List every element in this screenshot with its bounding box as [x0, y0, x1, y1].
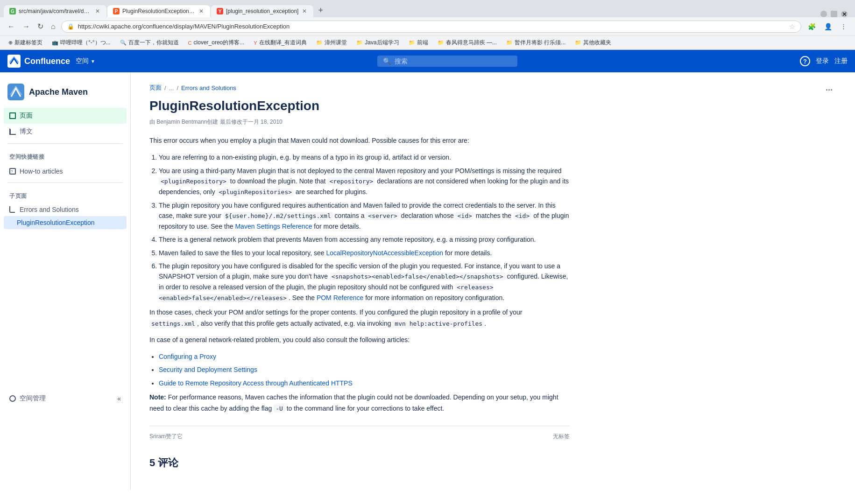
page-more-button[interactable]: ···: [822, 84, 836, 97]
home-button[interactable]: ⌂: [49, 21, 57, 33]
url-input[interactable]: [78, 23, 785, 30]
sidebar-item-space-admin[interactable]: 空间管理 «: [4, 391, 127, 406]
bookmark-baidu[interactable]: 🔍 百度一下，你就知道: [117, 38, 182, 48]
page-footer: Sriram赞了它 无标签: [149, 426, 570, 441]
browser-tab-1[interactable]: G src/main/java/com/travel/doma... ✕: [4, 5, 106, 17]
cause-3: The plugin repository you have configure…: [159, 200, 570, 232]
spaces-nav[interactable]: 空间 ▼: [76, 57, 95, 65]
page-body: This error occurs when you employ a plug…: [149, 135, 570, 471]
bookmark-other[interactable]: 📁 其他收藏夹: [572, 38, 614, 48]
sidebar-nav: 页面 博文: [0, 108, 130, 140]
register-link[interactable]: 注册: [834, 57, 848, 65]
tab1-close[interactable]: ✕: [94, 8, 101, 14]
sidebar-item-howto[interactable]: ? How-to articles: [4, 164, 127, 179]
profile-icon[interactable]: 👤: [821, 21, 835, 32]
settings-icon[interactable]: ⋮: [838, 21, 849, 32]
browser-toolbar: ← → ↻ ⌂ 🔒 ☆ 🧩 👤 ⋮: [0, 17, 855, 35]
sidebar-item-errors[interactable]: Errors and Solutions: [4, 203, 127, 216]
bookmark-bilibili[interactable]: 📺 哔哩哔哩（°-°）つ...: [49, 38, 113, 48]
new-tab-button[interactable]: +: [314, 4, 327, 17]
note-label: Note:: [149, 393, 166, 401]
page-layout: Apache Maven 页面 博文 空间快捷链接 ? How-to artic…: [0, 72, 855, 490]
browser-tab-3[interactable]: Y [plugin_resolution_exception] ✕: [211, 5, 313, 17]
maximize-button[interactable]: [831, 11, 837, 17]
comments-section-title: 5 评论: [149, 454, 570, 471]
bookmark-new-tab[interactable]: ⊕ 新建标签页: [6, 38, 45, 48]
maven-settings-ref-link[interactable]: Maven Settings Reference: [235, 223, 312, 230]
bookmark-youdao-label: 在线翻译_有道词典: [259, 39, 307, 47]
subpages-title: 子页面: [0, 187, 130, 203]
other-icon: 📁: [575, 40, 581, 46]
sidebar-item-pages[interactable]: 页面: [4, 108, 127, 124]
browser-chrome: G src/main/java/com/travel/doma... ✕ P P…: [0, 0, 855, 50]
bookmark-moon[interactable]: 📁 暂伴月将影 行乐须...: [503, 38, 568, 48]
bookmark-youdao[interactable]: Y 在线翻译_有道词典: [251, 38, 310, 48]
howto-icon: ?: [9, 168, 16, 175]
tab2-close[interactable]: ✕: [198, 8, 205, 14]
quick-links-nav: ? How-to articles: [0, 164, 130, 179]
cause-1: You are referring to a non-existing plug…: [159, 152, 570, 162]
confluence-search: 🔍: [101, 56, 794, 67]
security-deployment-link[interactable]: Security and Deployment Settings: [159, 366, 257, 373]
sidebar-item-blog[interactable]: 博文: [4, 124, 127, 140]
para1-code: settings.xml: [149, 320, 197, 328]
tab3-close[interactable]: ✕: [301, 8, 308, 14]
extensions-icon[interactable]: 🧩: [805, 21, 819, 32]
cause-5: Maven failed to save the files to your l…: [159, 248, 570, 258]
confluence-logo-icon: [7, 55, 21, 68]
bookmark-baidu-label: 百度一下，你就知道: [128, 39, 179, 47]
para1-code2: mvn help:active-profiles: [393, 320, 484, 328]
confluence-search-bar[interactable]: 🔍: [377, 56, 517, 67]
breadcrumb-home[interactable]: 页面: [149, 84, 162, 92]
sidebar-divider-2: [7, 182, 123, 183]
forward-button[interactable]: →: [21, 21, 32, 33]
local-repo-link[interactable]: LocalRepositoryNotAccessibleException: [326, 249, 443, 257]
bookmark-frontend-label: 前端: [417, 39, 428, 47]
causes-list: You are referring to a non-existing plug…: [159, 152, 570, 303]
configuring-proxy-link[interactable]: Configuring a Proxy: [159, 353, 216, 360]
sidebar-item-plugin-exception[interactable]: PluginResolutionException: [4, 216, 127, 229]
link-item-3: Guide to Remote Repository Access throug…: [159, 378, 570, 388]
login-link[interactable]: 登录: [816, 57, 829, 65]
tree-icon: [9, 206, 15, 213]
sidebar-space-name: Apache Maven: [29, 87, 88, 97]
refresh-button[interactable]: ↻: [35, 20, 45, 33]
bookmark-zhangzhou-label: 漳州课堂: [325, 39, 347, 47]
link-item-1: Configuring a Proxy: [159, 351, 570, 362]
bookmark-star-icon[interactable]: ☆: [789, 23, 795, 30]
help-icon[interactable]: ?: [800, 56, 810, 66]
confluence-logo[interactable]: Confluence: [7, 55, 70, 68]
bookmark-frontend[interactable]: 📁 前端: [406, 38, 431, 48]
collapse-icon[interactable]: «: [117, 395, 121, 402]
header-actions: ? 登录 注册: [800, 56, 848, 66]
search-input[interactable]: [395, 57, 488, 65]
minimize-button[interactable]: [820, 11, 827, 17]
clover-icon: C: [188, 40, 192, 46]
close-button[interactable]: ✕: [841, 11, 848, 17]
bilibili-icon: 📺: [52, 40, 58, 46]
subpages-nav: Errors and Solutions PluginResolutionExc…: [0, 203, 130, 229]
browser-tab-2[interactable]: P PluginResolutionException - Ap... ✕: [107, 5, 210, 17]
cause1-text: You are referring to a non-existing plug…: [159, 154, 451, 161]
cause6-code1: <snapshots><enabled>false</enabled></sna…: [330, 273, 505, 280]
spring-icon: 📁: [438, 40, 444, 46]
tab2-favicon: P: [113, 8, 120, 14]
confluence-header: Confluence 空间 ▼ 🔍 ? 登录 注册: [0, 50, 855, 72]
bookmark-zhangzhou[interactable]: 📁 漳州课堂: [313, 38, 350, 48]
note-code: -U: [274, 405, 285, 413]
guide-remote-repo-link[interactable]: Guide to Remote Repository Access throug…: [159, 379, 353, 387]
sidebar: Apache Maven 页面 博文 空间快捷链接 ? How-to artic…: [0, 72, 131, 490]
cause-4: There is a general network problem that …: [159, 234, 570, 245]
address-bar[interactable]: 🔒 ☆: [61, 21, 801, 33]
para1-before: In those cases, check your POM and/or se…: [149, 308, 522, 316]
bookmark-clover[interactable]: C clover_oreo的博客...: [185, 38, 247, 48]
cause3-code2: <server>: [366, 212, 399, 220]
bookmark-java[interactable]: 📁 Java后端学习: [353, 38, 402, 48]
breadcrumb-parent[interactable]: Errors and Solutions: [181, 84, 236, 91]
para1-after: , also verify that this profile gets act…: [197, 320, 393, 327]
new-tab-bm-icon: ⊕: [8, 40, 13, 46]
page-title: PluginResolutionException: [149, 98, 836, 114]
back-button[interactable]: ←: [6, 21, 17, 33]
pom-ref-link[interactable]: POM Reference: [317, 294, 363, 301]
bookmark-spring[interactable]: 📁 春风得意马蹄疾 —...: [435, 38, 500, 48]
